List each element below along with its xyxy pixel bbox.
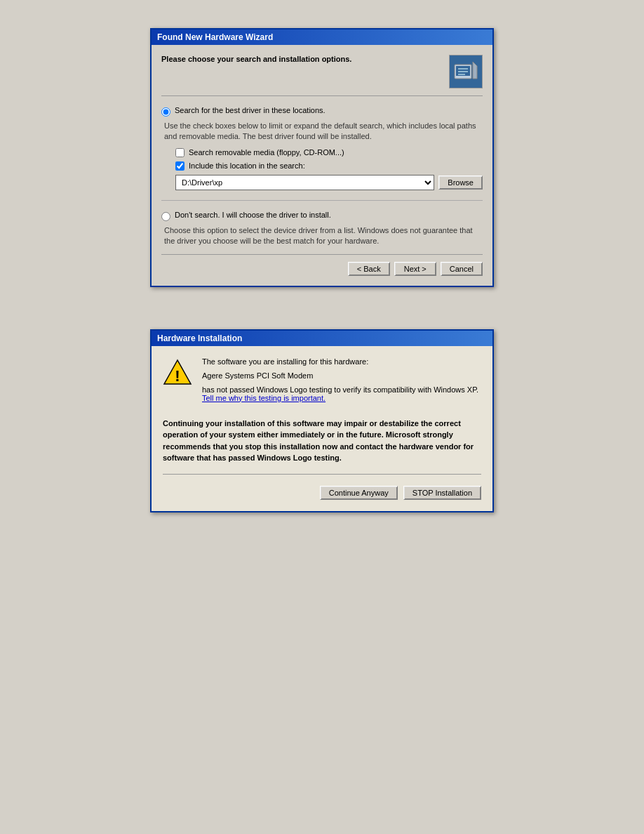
radio-search-best[interactable]: Search for the best driver in these loca… xyxy=(161,106,483,117)
svg-rect-6 xyxy=(458,74,465,75)
found-new-hardware-wizard: Found New Hardware Wizard Please choose … xyxy=(150,28,494,287)
checkbox-removable-media-label: Search removable media (floppy, CD-ROM..… xyxy=(189,148,344,157)
stop-installation-button[interactable]: STOP Installation xyxy=(403,486,481,500)
next-button[interactable]: Next > xyxy=(394,262,436,276)
path-select[interactable]: D:\Driver\xp xyxy=(175,175,434,190)
radio-dont-search-description: Choose this option to select the device … xyxy=(161,225,483,247)
hw-main-message: The software you are installing for this… xyxy=(202,357,481,408)
checkbox-removable-media[interactable] xyxy=(175,148,185,157)
cancel-button[interactable]: Cancel xyxy=(441,262,483,276)
radio-search-description: Use the check boxes below to limit or ex… xyxy=(161,121,483,143)
hw-button-row: Continue Anyway STOP Installation xyxy=(163,482,481,500)
checkbox-include-location-label: Include this location in the search: xyxy=(189,161,305,170)
hw-warning-row: ! The software you are installing for th… xyxy=(163,357,481,408)
svg-rect-4 xyxy=(458,68,468,70)
browse-button[interactable]: Browse xyxy=(438,176,483,190)
hw-bold-warning: Continuing your installation of this sof… xyxy=(163,418,481,464)
back-button[interactable]: < Back xyxy=(348,262,390,276)
hw-title: Hardware Installation xyxy=(157,333,242,343)
checkbox-include-location[interactable] xyxy=(175,161,185,171)
radio-dont-search-label: Don't search. I will choose the driver t… xyxy=(175,211,331,219)
wizard-heading: Please choose your search and installati… xyxy=(161,55,449,63)
wizard-title: Found New Hardware Wizard xyxy=(157,32,273,42)
hw-message1: The software you are installing for this… xyxy=(202,357,481,366)
hw-message2: has not passed Windows Logo testing to v… xyxy=(202,385,481,402)
svg-rect-5 xyxy=(458,71,468,72)
separator1 xyxy=(161,200,483,201)
hw-link[interactable]: Tell me why this testing is important. xyxy=(202,394,326,402)
path-row: D:\Driver\xp Browse xyxy=(161,175,483,190)
radio-dont-search-input[interactable] xyxy=(161,212,170,221)
svg-text:!: ! xyxy=(175,367,180,385)
warning-icon: ! xyxy=(163,357,192,387)
radio-search-label: Search for the best driver in these loca… xyxy=(175,106,326,114)
hw-content: ! The software you are installing for th… xyxy=(152,346,492,511)
hw-title-bar: Hardware Installation xyxy=(152,331,492,346)
hardware-installation-dialog: Hardware Installation ! The software you… xyxy=(150,329,494,512)
hw-product-name: Agere Systems PCI Soft Modem xyxy=(202,371,481,380)
radio-dont-search[interactable]: Don't search. I will choose the driver t… xyxy=(161,211,483,221)
wizard-button-row: < Back Next > Cancel xyxy=(161,254,483,276)
continue-anyway-button[interactable]: Continue Anyway xyxy=(320,486,398,500)
radio-search-input[interactable] xyxy=(161,107,170,117)
wizard-icon xyxy=(449,55,483,88)
wizard-title-bar: Found New Hardware Wizard xyxy=(152,29,492,45)
checkbox-include-location-row[interactable]: Include this location in the search: xyxy=(161,161,483,171)
checkbox-removable-media-row[interactable]: Search removable media (floppy, CD-ROM..… xyxy=(161,148,483,157)
hw-divider xyxy=(163,474,481,475)
